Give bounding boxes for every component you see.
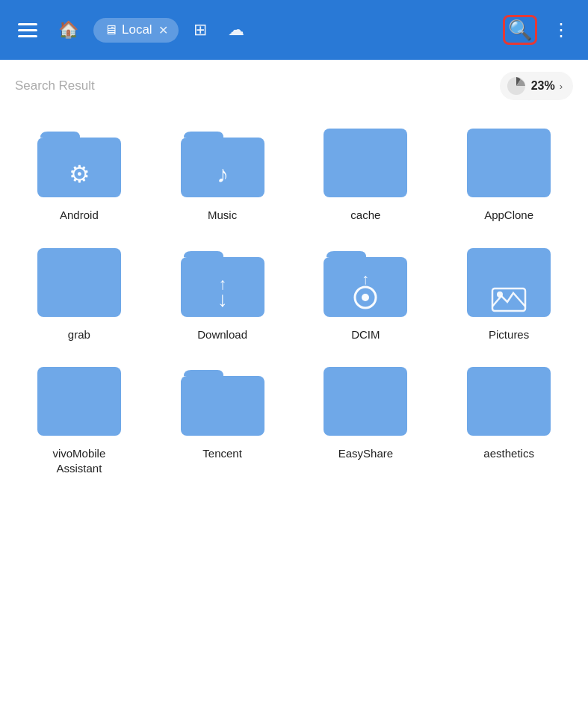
search-button[interactable]: 🔍 xyxy=(503,15,537,45)
svg-text:↓: ↓ xyxy=(217,288,228,311)
folder-item-grab[interactable]: grab xyxy=(7,235,151,354)
svg-rect-21 xyxy=(467,367,551,436)
folder-icon-android: ⚙ xyxy=(34,129,124,200)
more-options-icon[interactable]: ⋮ xyxy=(546,13,576,46)
folder-icon-appclone xyxy=(464,129,554,200)
svg-text:♪: ♪ xyxy=(217,161,229,188)
svg-rect-19 xyxy=(181,376,264,436)
svg-point-14 xyxy=(362,294,369,301)
folder-item-pictures[interactable]: Pictures xyxy=(437,235,581,354)
storage-badge[interactable]: 23% › xyxy=(500,72,573,100)
folder-item-easyshare[interactable]: EasyShare xyxy=(294,354,438,487)
svg-point-17 xyxy=(497,291,503,297)
folder-item-cache[interactable]: cache xyxy=(294,115,438,235)
folder-icon-aesthetics xyxy=(464,367,554,439)
svg-rect-5 xyxy=(324,129,407,197)
folder-label-appclone: AppClone xyxy=(484,208,533,223)
folder-item-vivo[interactable]: vivoMobileAssistant xyxy=(7,354,151,487)
tab-device-icon: 🖥 xyxy=(104,22,117,38)
tab-add-icon[interactable]: ⊞ xyxy=(188,14,213,46)
folder-label-easyshare: EasyShare xyxy=(338,446,393,461)
folder-label-android: Android xyxy=(60,208,99,223)
svg-rect-6 xyxy=(467,129,551,197)
folder-label-music: Music xyxy=(208,208,237,223)
folder-icon-music: ♪ xyxy=(178,129,267,200)
svg-rect-18 xyxy=(37,367,121,436)
folder-icon-cache xyxy=(321,129,410,200)
cloud-icon[interactable]: ☁ xyxy=(222,14,250,46)
folder-item-dcim[interactable]: ↑ DCIM xyxy=(294,235,438,354)
folder-label-tencent: Tencent xyxy=(202,446,242,461)
svg-rect-15 xyxy=(467,248,551,317)
folder-icon-easyshare xyxy=(321,367,410,439)
storage-percent-label: 23% xyxy=(531,79,555,93)
folder-label-dcim: DCIM xyxy=(351,327,380,342)
folder-item-tencent[interactable]: Tencent xyxy=(151,354,294,487)
folder-label-download: Download xyxy=(197,327,247,342)
folder-label-vivo: vivoMobileAssistant xyxy=(52,446,105,475)
folder-grid: ⚙ Android ♪ Music cache AppClone grab ↑↓… xyxy=(0,108,588,487)
folder-item-download[interactable]: ↑↓ Download xyxy=(151,235,294,354)
folder-icon-vivo xyxy=(34,367,124,439)
top-bar: 🏠 🖥 Local ✕ ⊞ ☁ 🔍 ⋮ xyxy=(0,0,588,60)
local-tab-pill[interactable]: 🖥 Local ✕ xyxy=(93,18,179,43)
search-result-label: Search Result xyxy=(15,78,95,93)
home-icon[interactable]: 🏠 xyxy=(52,14,84,46)
sub-header: Search Result 23% › xyxy=(0,60,588,108)
svg-rect-20 xyxy=(324,367,407,436)
folder-label-cache: cache xyxy=(350,208,380,223)
svg-text:↑: ↑ xyxy=(362,271,369,287)
tab-label: Local xyxy=(122,22,152,37)
folder-label-pictures: Pictures xyxy=(489,327,529,342)
storage-chevron-icon: › xyxy=(560,81,563,92)
svg-text:⚙: ⚙ xyxy=(68,161,90,188)
hamburger-menu-button[interactable] xyxy=(12,17,43,43)
folder-icon-pictures xyxy=(464,248,554,320)
svg-rect-7 xyxy=(37,248,121,317)
folder-item-appclone[interactable]: AppClone xyxy=(437,115,581,235)
folder-item-music[interactable]: ♪ Music xyxy=(151,115,294,235)
search-icon: 🔍 xyxy=(508,20,532,40)
folder-icon-download: ↑↓ xyxy=(178,248,267,320)
folder-label-grab: grab xyxy=(68,327,90,342)
folder-icon-grab xyxy=(34,248,124,320)
tab-close-icon[interactable]: ✕ xyxy=(158,23,168,37)
folder-icon-dcim: ↑ xyxy=(321,248,410,320)
folder-item-aesthetics[interactable]: aesthetics xyxy=(437,354,581,487)
folder-icon-tencent xyxy=(178,367,267,439)
folder-item-android[interactable]: ⚙ Android xyxy=(7,115,151,235)
storage-pie-chart xyxy=(506,75,527,96)
folder-label-aesthetics: aesthetics xyxy=(483,446,534,461)
